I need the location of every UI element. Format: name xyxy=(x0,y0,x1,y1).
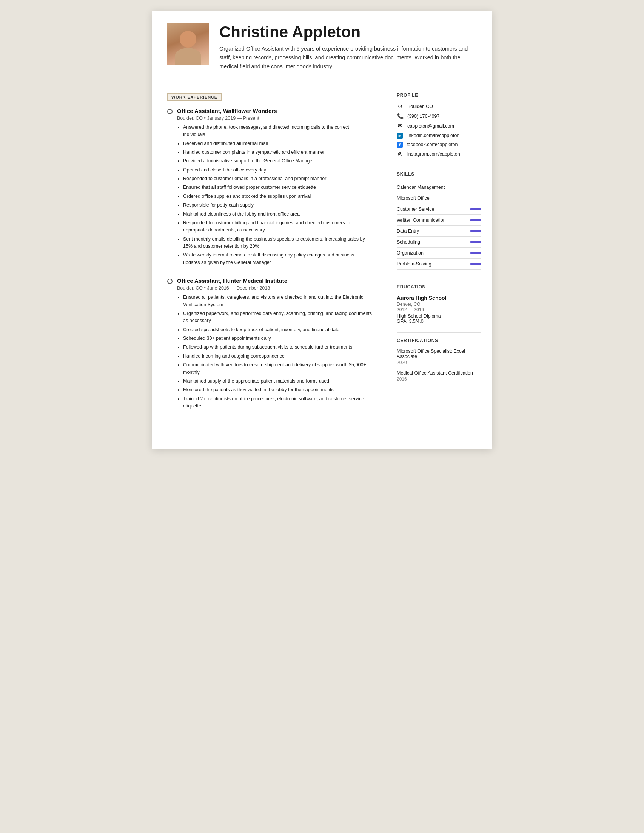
bullet: Responded to customer emails in a profes… xyxy=(183,175,372,182)
divider-3 xyxy=(397,332,481,333)
skills-label: SKILLS xyxy=(397,171,481,177)
location-text: Boulder, CO xyxy=(407,104,433,109)
bullet: Received and distributed all internal ma… xyxy=(183,140,372,147)
cert-name-1: Microsoft Office Specialist: Excel Assoc… xyxy=(397,349,481,359)
bullet: Scheduled 30+ patient appointments daily xyxy=(183,335,372,342)
facebook-text: facebook.com/cappleton xyxy=(406,142,458,147)
school-years: 2012 — 2016 xyxy=(397,307,481,312)
skill-row-2: Microsoft Office xyxy=(397,193,481,204)
applicant-tagline: Organized Office Assistant with 5 years … xyxy=(219,45,477,71)
skill-row-5: Data Entry xyxy=(397,226,481,237)
certifications-label: CERTIFICATIONS xyxy=(397,338,481,343)
bullet: Maintained supply of the appropriate pat… xyxy=(183,378,372,385)
skill-row-1: Calendar Management xyxy=(397,182,481,193)
bullet: Ordered office supplies and stocked the … xyxy=(183,193,372,200)
phone-text: (390) 176-4097 xyxy=(407,114,439,119)
bullet: Organized paperwork, and performed data … xyxy=(183,310,372,325)
job-meta-2: Boulder, CO • June 2016 — December 2018 xyxy=(177,285,372,291)
profile-label: PROFILE xyxy=(397,93,481,98)
skill-row-4: Written Communication xyxy=(397,215,481,226)
email-icon: ✉ xyxy=(397,123,403,130)
left-column: WORK EXPERIENCE Office Assistant, Wallfl… xyxy=(152,82,386,433)
facebook-icon: f xyxy=(397,142,403,148)
certifications-section: CERTIFICATIONS Microsoft Office Speciali… xyxy=(397,338,481,382)
profile-linkedin: in linkedin.com/in/cappleton xyxy=(397,132,481,138)
skill-bar-8 xyxy=(470,263,481,265)
job-dot-1 xyxy=(167,109,172,114)
school-name: Aurora High School xyxy=(397,295,481,301)
instagram-icon: ◎ xyxy=(397,151,403,158)
job-item-2: Office Assistant, Hunter Medical Institu… xyxy=(167,278,372,410)
cert-year-2: 2016 xyxy=(397,376,481,382)
bullet: Sent monthly emails detailing the busine… xyxy=(183,236,372,250)
job-dot-2 xyxy=(167,279,172,284)
job-header-1: Office Assistant, Wallflower Wonders xyxy=(167,108,372,114)
skill-name-3: Customer Service xyxy=(397,207,434,212)
profile-phone: 📞 (390) 176-4097 xyxy=(397,113,481,120)
right-column: PROFILE ⊙ Boulder, CO 📞 (390) 176-4097 ✉… xyxy=(386,82,492,433)
resume-page: Christine Appleton Organized Office Assi… xyxy=(152,11,492,449)
skill-bar-5 xyxy=(470,230,481,232)
bullet: Communicated with vendors to ensure ship… xyxy=(183,361,372,376)
bullet: Maintained cleanliness of the lobby and … xyxy=(183,211,372,218)
profile-facebook: f facebook.com/cappleton xyxy=(397,142,481,148)
cert-item-1: Microsoft Office Specialist: Excel Assoc… xyxy=(397,349,481,365)
cert-name-2: Medical Office Assistant Certification xyxy=(397,370,481,376)
bullet: Monitored the patients as they waited in… xyxy=(183,386,372,394)
skill-name-8: Problem-Solving xyxy=(397,261,432,267)
skill-row-8: Problem-Solving xyxy=(397,259,481,270)
profile-location: ⊙ Boulder, CO xyxy=(397,103,481,110)
bullet: Ensured all patients, caregivers, and vi… xyxy=(183,294,372,309)
bullet: Wrote weekly internal memos to staff dis… xyxy=(183,251,372,266)
job-bullets-2: Ensured all patients, caregivers, and vi… xyxy=(177,294,372,410)
job-header-2: Office Assistant, Hunter Medical Institu… xyxy=(167,278,372,284)
school-gpa: GPA: 3.5/4.0 xyxy=(397,319,481,324)
job-item-1: Office Assistant, Wallflower Wonders Bou… xyxy=(167,108,372,266)
bullet: Trained 2 receptionists on office proced… xyxy=(183,396,372,410)
location-icon: ⊙ xyxy=(397,103,403,110)
job-title-2: Office Assistant, Hunter Medical Institu… xyxy=(177,278,287,284)
education-label: EDUCATION xyxy=(397,284,481,289)
skill-bar-7 xyxy=(470,252,481,254)
skill-row-3: Customer Service xyxy=(397,204,481,215)
skill-name-6: Scheduling xyxy=(397,240,420,245)
bullet: Opened and closed the office every day xyxy=(183,167,372,174)
bullet: Responded to customer billing and financ… xyxy=(183,219,372,234)
skill-bar-6 xyxy=(470,241,481,243)
divider-2 xyxy=(397,279,481,279)
school-location: Denver, CO xyxy=(397,302,481,307)
cert-item-2: Medical Office Assistant Certification 2… xyxy=(397,370,481,382)
profile-instagram: ◎ instagram.com/cappleton xyxy=(397,151,481,158)
linkedin-icon: in xyxy=(397,132,403,138)
body: WORK EXPERIENCE Office Assistant, Wallfl… xyxy=(152,82,492,433)
job-title-1: Office Assistant, Wallflower Wonders xyxy=(177,108,277,114)
profile-email: ✉ cappleton@gmail.com xyxy=(397,123,481,130)
linkedin-text: linkedin.com/in/cappleton xyxy=(406,133,459,138)
skill-row-6: Scheduling xyxy=(397,237,481,248)
bullet: Responsible for petty cash supply xyxy=(183,202,372,209)
education-section: EDUCATION Aurora High School Denver, CO … xyxy=(397,284,481,324)
bullet: Provided administrative support to the G… xyxy=(183,158,372,165)
skill-name-2: Microsoft Office xyxy=(397,196,430,201)
skill-name-7: Organization xyxy=(397,250,424,256)
skill-name-1: Calendar Management xyxy=(397,185,445,190)
bullet: Answered the phone, took messages, and d… xyxy=(183,124,372,138)
skill-row-7: Organization xyxy=(397,248,481,259)
work-experience-label: WORK EXPERIENCE xyxy=(167,93,222,101)
applicant-name: Christine Appleton xyxy=(219,23,477,41)
header: Christine Appleton Organized Office Assi… xyxy=(152,11,492,82)
skill-name-5: Data Entry xyxy=(397,228,419,234)
bullet: Created spreadsheets to keep track of pa… xyxy=(183,326,372,333)
profile-section: PROFILE ⊙ Boulder, CO 📞 (390) 176-4097 ✉… xyxy=(397,93,481,158)
email-text: cappleton@gmail.com xyxy=(407,124,454,129)
job-meta-1: Boulder, CO • January 2019 — Present xyxy=(177,116,372,121)
cert-year-1: 2020 xyxy=(397,360,481,365)
skill-bar-4 xyxy=(470,219,481,221)
bullet: Followed-up with patients during subsequ… xyxy=(183,344,372,351)
instagram-text: instagram.com/cappleton xyxy=(407,151,460,157)
skill-bar-3 xyxy=(470,208,481,210)
skills-section: SKILLS Calendar Management Microsoft Off… xyxy=(397,171,481,270)
bullet: Handled customer complaints in a sympath… xyxy=(183,149,372,156)
avatar xyxy=(167,23,209,65)
school-degree: High School Diploma xyxy=(397,314,481,319)
